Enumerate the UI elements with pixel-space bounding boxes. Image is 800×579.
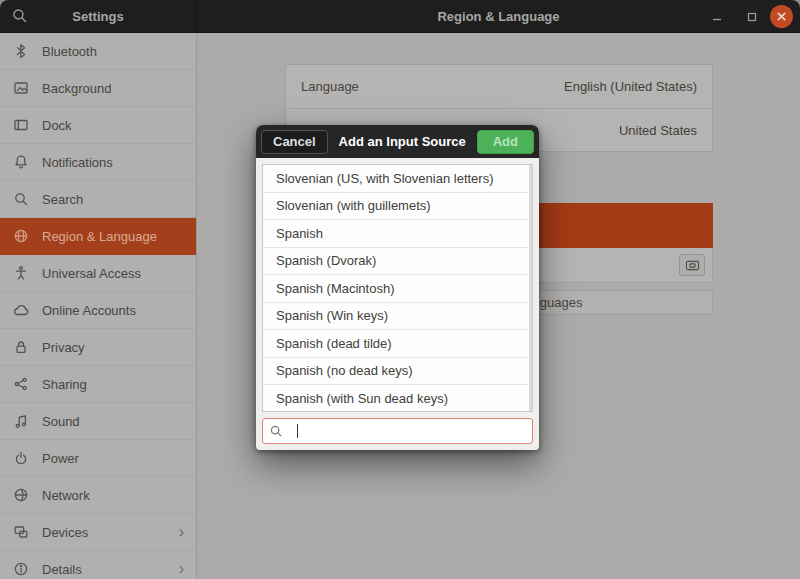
sidebar-item-label: Sound [42,414,184,429]
input-source-option[interactable]: Spanish (Win keys) [263,303,532,331]
headerbar-sidebar-section: Settings [0,0,197,32]
chevron-right-icon: › [179,561,184,577]
formats-row-value: United States [619,123,697,138]
universal-access-icon [13,265,29,281]
list-scrollbar[interactable] [529,165,532,411]
close-icon [770,11,793,22]
sidebar-item-online-accounts[interactable]: Online Accounts [0,292,196,329]
minimize-icon [705,11,729,23]
input-source-option[interactable]: Spanish (no dead keys) [263,358,532,386]
input-source-option[interactable]: Spanish (Dvorak) [263,248,532,276]
sidebar-item-bluetooth[interactable]: Bluetooth [0,33,196,70]
sidebar-item-label: Power [42,451,184,466]
chevron-right-icon: › [179,524,184,540]
sidebar-item-label: Online Accounts [42,303,184,318]
cancel-button[interactable]: Cancel [261,130,328,154]
power-icon [13,450,29,466]
input-source-option[interactable]: Spanish (dead tilde) [263,330,532,358]
language-row-label: Language [301,79,359,94]
input-source-option[interactable]: Spanish [263,220,532,248]
sidebar-item-label: Dock [42,118,184,133]
input-source-option[interactable]: Slovenian (with guillemets) [263,193,532,221]
sidebar-item-network[interactable]: Network [0,477,196,514]
sidebar-item-label: Details [42,562,166,577]
search-input[interactable] [262,418,533,444]
dialog-headerbar: Cancel Add an Input Source Add [256,125,539,158]
bluetooth-icon [13,43,29,59]
background-icon [13,80,29,96]
dock-icon [13,117,29,133]
sidebar-item-sound[interactable]: Sound [0,403,196,440]
headerbar: Settings Region & Language [0,0,800,33]
input-source-option[interactable]: Spanish (Macintosh) [263,275,532,303]
online-accounts-icon [13,302,29,318]
sidebar-item-privacy[interactable]: Privacy [0,329,196,366]
sidebar-item-sharing[interactable]: Sharing [0,366,196,403]
dialog-title: Add an Input Source [339,134,466,149]
sound-icon [13,413,29,429]
add-input-source-dialog: Cancel Add an Input Source Add Slovenian… [256,125,539,450]
language-row[interactable]: Language English (United States) [286,65,712,108]
window-title: Settings [0,0,196,33]
close-button[interactable] [770,5,793,28]
network-icon [13,487,29,503]
sidebar-item-label: Notifications [42,155,184,170]
sidebar-item-background[interactable]: Background [0,70,196,107]
input-source-option[interactable]: Spanish (with Sun dead keys) [263,385,532,412]
maximize-button[interactable] [740,5,764,29]
keyboard-layout-preview-button[interactable] [679,254,705,276]
sidebar-item-label: Bluetooth [42,44,184,59]
sidebar-item-label: Sharing [42,377,184,392]
sidebar-item-label: Search [42,192,184,207]
sidebar-item-label: Network [42,488,184,503]
devices-icon [13,524,29,540]
sidebar-item-region-language[interactable]: Region & Language [0,218,196,255]
sidebar-item-power[interactable]: Power [0,440,196,477]
sidebar: BluetoothBackgroundDockNotificationsSear… [0,33,197,579]
sidebar-item-universal-access[interactable]: Universal Access [0,255,196,292]
settings-window: Settings Region & Language BluetoothBack… [0,0,800,579]
maximize-icon [740,11,764,23]
keyboard-icon [680,259,704,272]
region-language-icon [13,228,29,244]
sidebar-item-label: Devices [42,525,166,540]
sidebar-item-devices[interactable]: Devices› [0,514,196,551]
language-row-value: English (United States) [564,79,697,94]
add-button[interactable]: Add [477,130,534,154]
details-icon [13,561,29,577]
sidebar-item-notifications[interactable]: Notifications [0,144,196,181]
privacy-icon [13,339,29,355]
sidebar-item-label: Privacy [42,340,184,355]
search-icon [269,424,283,438]
minimize-button[interactable] [705,5,729,29]
input-source-list: Slovenian (US, with Slovenian letters)Sl… [262,164,533,412]
sharing-icon [13,376,29,392]
input-source-option[interactable]: Slovenian (US, with Slovenian letters) [263,165,532,193]
sidebar-item-search[interactable]: Search [0,181,196,218]
dialog-body: Slovenian (US, with Slovenian letters)Sl… [256,158,539,450]
search-icon [13,191,29,207]
text-caret [297,424,298,438]
sidebar-item-label: Universal Access [42,266,184,281]
notifications-icon [13,154,29,170]
sidebar-item-label: Region & Language [42,229,184,244]
sidebar-item-label: Background [42,81,184,96]
sidebar-item-details[interactable]: Details› [0,551,196,579]
sidebar-item-dock[interactable]: Dock [0,107,196,144]
